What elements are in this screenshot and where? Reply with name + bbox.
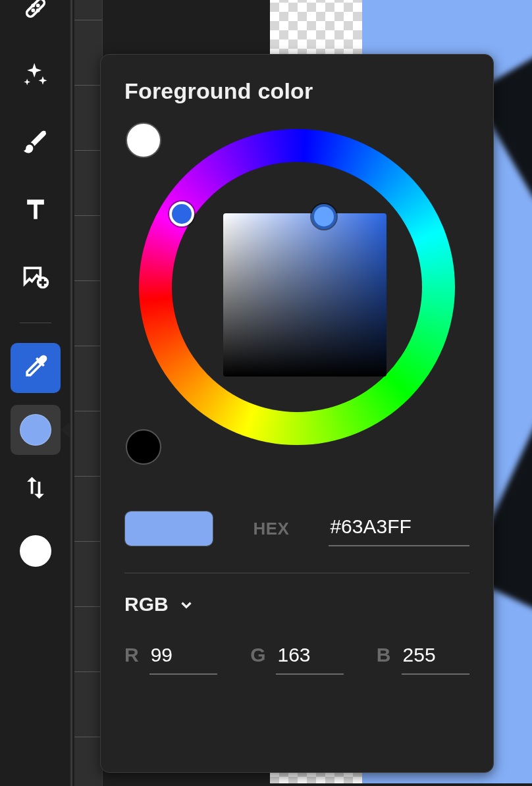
eyedropper-icon — [21, 352, 50, 384]
preview-new-color — [169, 511, 213, 546]
vertical-ruler: 4006008001000120014001600180020002200240… — [74, 0, 103, 786]
b-input[interactable] — [402, 641, 469, 675]
hue-handle[interactable] — [169, 201, 194, 226]
color-mode-dropdown[interactable]: RGB — [124, 593, 469, 616]
color-picker-panel: Foreground color HEX RGB R G — [100, 54, 494, 773]
saturation-value-box[interactable] — [223, 213, 386, 377]
eyedropper-tool[interactable] — [11, 343, 61, 393]
chevron-down-icon — [178, 596, 195, 613]
color-mode-label: RGB — [124, 593, 169, 616]
background-color-swatch[interactable] — [11, 526, 61, 576]
ruler-mark: 2400 — [74, 671, 102, 672]
ruler-mark: 1800 — [74, 476, 102, 477]
svg-point-1 — [32, 5, 34, 6]
b-label: B — [377, 644, 391, 666]
panel-divider — [124, 573, 469, 573]
ruler-mark: 1600 — [74, 411, 102, 411]
bandage-icon — [21, 0, 50, 25]
ruler-mark: 2200 — [74, 606, 102, 607]
swap-colors[interactable] — [11, 464, 61, 514]
g-input[interactable] — [276, 641, 343, 675]
svg-rect-0 — [25, 0, 45, 18]
r-label: R — [124, 644, 139, 666]
heal-tool[interactable] — [11, 0, 61, 34]
brush-icon — [21, 128, 50, 159]
color-wheel-area — [126, 122, 468, 491]
svg-point-2 — [37, 10, 38, 11]
sparkle-tool[interactable] — [11, 51, 61, 101]
r-input[interactable] — [149, 641, 217, 675]
ruler-mark: 1200 — [74, 280, 102, 281]
left-toolbar — [0, 0, 72, 786]
image-plus-icon — [21, 262, 50, 294]
hex-input[interactable] — [329, 511, 469, 546]
brush-tool[interactable] — [11, 118, 61, 169]
panel-pointer-notch — [61, 422, 70, 438]
hex-label: HEX — [253, 519, 289, 539]
ruler-mark: 800 — [74, 150, 102, 151]
svg-point-4 — [32, 10, 34, 11]
ruler-mark: 600 — [74, 85, 102, 86]
rgb-inputs-row: R G B — [124, 641, 469, 675]
g-label: G — [250, 644, 265, 666]
black-preset-swatch[interactable] — [126, 429, 161, 465]
ruler-mark: 400 — [74, 20, 102, 20]
color-preview-swatch[interactable] — [124, 511, 213, 546]
white-preset-swatch[interactable] — [126, 122, 161, 158]
sparkle-icon — [21, 61, 50, 92]
text-icon — [21, 195, 50, 226]
swap-vertical-icon — [21, 473, 50, 505]
saturation-value-handle[interactable] — [311, 204, 336, 229]
toolbar-divider — [20, 323, 51, 323]
ruler-mark: 1000 — [74, 215, 102, 216]
preview-old-color — [125, 511, 169, 546]
ruler-mark: 1400 — [74, 346, 102, 346]
ruler-mark: 2000 — [74, 541, 102, 542]
text-tool[interactable] — [11, 186, 61, 236]
foreground-color-swatch[interactable] — [11, 405, 61, 455]
panel-title: Foreground color — [124, 78, 469, 104]
svg-point-3 — [37, 5, 38, 6]
ruler-mark: 2600 — [74, 737, 102, 737]
add-image-tool[interactable] — [11, 253, 61, 303]
